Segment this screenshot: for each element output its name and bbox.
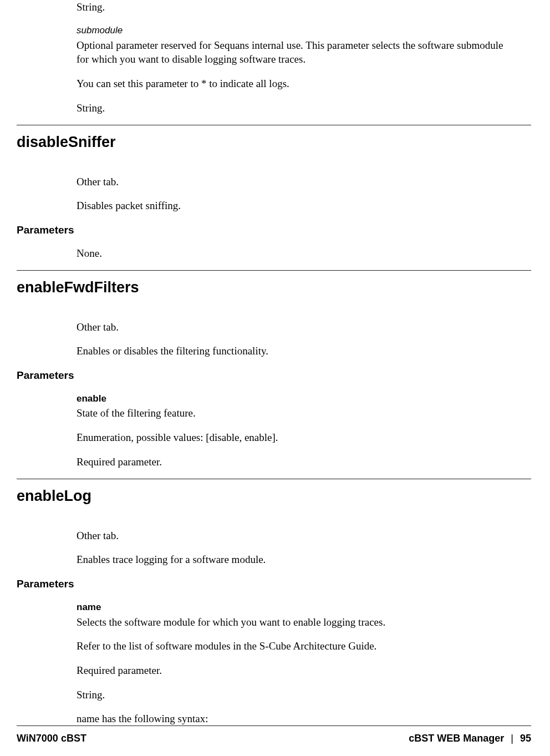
- param-name-submodule: submodule: [77, 24, 515, 37]
- parameters-heading: Parameters: [17, 577, 531, 591]
- section-body: enable State of the filtering feature. E…: [77, 393, 515, 469]
- body-text: You can set this parameter to * to indic…: [77, 77, 515, 91]
- page-footer: WiN7000 cBST cBST WEB Manager | 95: [17, 725, 531, 745]
- footer-section-label: cBST WEB Manager: [409, 732, 504, 745]
- body-text: Disables packet sniffing.: [77, 199, 515, 213]
- body-text: Other tab.: [77, 175, 515, 189]
- body-text: Other tab.: [77, 320, 515, 334]
- body-text: name has the following syntax:: [77, 712, 515, 726]
- section-divider: [17, 125, 531, 125]
- body-text: String.: [77, 688, 515, 702]
- section-body: Other tab. Enables or disables the filte…: [77, 320, 515, 358]
- body-text: Optional parameter reserved for Sequans …: [77, 38, 515, 67]
- body-text: Selects the software module for which yo…: [77, 615, 515, 630]
- body-text: State of the filtering feature.: [77, 406, 515, 420]
- section-divider: [17, 479, 531, 479]
- body-text: None.: [77, 246, 515, 261]
- body-text: Other tab.: [77, 529, 515, 543]
- page-number: 95: [520, 732, 531, 745]
- intro-block: String. submodule Optional parameter res…: [77, 0, 515, 115]
- section-heading-enablefwdfilters: enableFwdFilters: [17, 277, 531, 297]
- body-text: String.: [77, 101, 515, 115]
- param-name-name: name: [77, 601, 515, 614]
- section-body: None.: [77, 246, 515, 261]
- parameters-heading: Parameters: [17, 368, 531, 383]
- footer-right: cBST WEB Manager | 95: [409, 732, 531, 745]
- page-content: String. submodule Optional parameter res…: [0, 0, 550, 726]
- body-text: Refer to the list of software modules in…: [77, 639, 515, 653]
- section-body: name Selects the software module for whi…: [77, 601, 515, 726]
- footer-left: WiN7000 cBST: [17, 732, 86, 745]
- body-text: Enumeration, possible values: [disable, …: [77, 430, 515, 445]
- section-body: Other tab. Disables packet sniffing.: [77, 175, 515, 213]
- body-text: Enables trace logging for a software mod…: [77, 552, 515, 567]
- body-text: Enables or disables the filtering functi…: [77, 344, 515, 358]
- section-divider: [17, 270, 531, 271]
- parameters-heading: Parameters: [17, 223, 531, 237]
- footer-separator: |: [511, 732, 513, 745]
- body-text: Required parameter.: [77, 455, 515, 469]
- section-body: Other tab. Enables trace logging for a s…: [77, 529, 515, 567]
- body-text: Required parameter.: [77, 663, 515, 678]
- body-text: String.: [77, 0, 515, 14]
- section-heading-enablelog: enableLog: [17, 486, 531, 506]
- param-name-enable: enable: [77, 393, 515, 405]
- section-heading-disablesniffer: disableSniffer: [17, 132, 531, 152]
